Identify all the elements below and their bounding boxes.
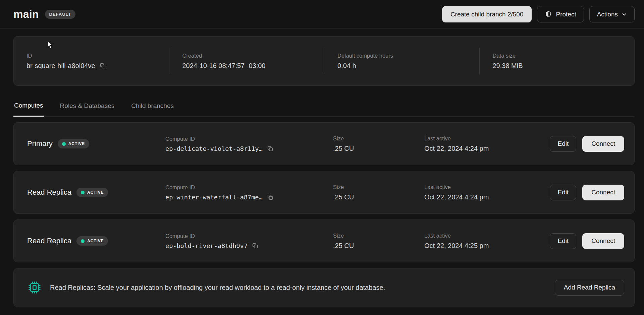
page-title: main [13, 8, 39, 20]
compute-id-value: ep-winter-waterfall-a87me… [165, 194, 263, 201]
compute-id-label: Compute ID [165, 233, 333, 239]
size-value: .25 CU [333, 242, 354, 250]
last-active-value: Oct 22, 2024 4:25 pm [424, 242, 489, 250]
chip-icon [28, 281, 41, 294]
compute-hours-label: Default compute hours [337, 53, 479, 59]
copy-compute-id-button[interactable] [252, 242, 259, 249]
read-replica-banner: Read Replicas: Scale your application by… [13, 268, 635, 307]
data-size-value: 29.38 MiB [493, 62, 523, 70]
compute-id-value: ep-bold-river-a8tdh9v7 [165, 242, 248, 249]
status-badge: ACTIVE [76, 236, 108, 246]
copy-branch-id-button[interactable] [99, 62, 106, 69]
branch-id-label: ID [26, 53, 169, 59]
chevron-down-icon [622, 12, 627, 17]
tab-bar: Computes Roles & Databases Child branche… [13, 101, 635, 117]
read-replica-description: Read Replicas: Scale your application by… [50, 284, 546, 292]
compute-id-label: Compute ID [165, 136, 333, 142]
status-label: ACTIVE [68, 141, 85, 146]
last-active-label: Last active [424, 184, 550, 190]
connect-button[interactable]: Connect [582, 185, 624, 200]
copy-icon [267, 194, 274, 201]
compute-row-read-replica-2: Read Replica ACTIVE Compute ID ep-bold-r… [13, 219, 635, 262]
active-dot-icon [62, 142, 66, 146]
created-field: Created 2024-10-16 08:47:57 -03:00 [169, 53, 324, 70]
actions-button[interactable]: Actions [589, 6, 635, 22]
copy-compute-id-button[interactable] [267, 194, 274, 201]
protect-button[interactable]: Protect [537, 6, 584, 22]
branch-id-field: ID br-square-hill-a8ol04ve [14, 53, 169, 70]
active-dot-icon [81, 239, 85, 243]
copy-compute-id-button[interactable] [267, 145, 274, 152]
status-label: ACTIVE [87, 239, 104, 243]
last-active-label: Last active [424, 233, 550, 239]
tab-roles-databases[interactable]: Roles & Databases [59, 101, 115, 116]
copy-icon [99, 62, 106, 69]
status-label: ACTIVE [87, 190, 104, 195]
connect-button[interactable]: Connect [582, 136, 624, 152]
last-active-value: Oct 22, 2024 4:24 pm [424, 145, 489, 152]
compute-id-label: Compute ID [165, 184, 333, 191]
status-badge: ACTIVE [76, 188, 108, 197]
branch-info-card: ID br-square-hill-a8ol04ve Created 2024-… [13, 36, 635, 86]
add-read-replica-button[interactable]: Add Read Replica [555, 280, 624, 296]
compute-row-primary: Primary ACTIVE Compute ID ep-delicate-vi… [13, 122, 635, 165]
compute-hours-field: Default compute hours 0.04 h [324, 53, 479, 70]
copy-icon [252, 242, 259, 249]
edit-button[interactable]: Edit [550, 185, 576, 200]
compute-name: Primary [27, 139, 53, 148]
edit-button[interactable]: Edit [550, 233, 576, 249]
shield-icon [545, 10, 552, 18]
copy-icon [267, 145, 274, 152]
active-dot-icon [81, 191, 85, 194]
create-child-branch-button[interactable]: Create child branch 2/500 [442, 6, 532, 22]
size-label: Size [333, 135, 424, 142]
size-value: .25 CU [333, 193, 354, 201]
created-value: 2024-10-16 08:47:57 -03:00 [182, 62, 266, 70]
protect-label: Protect [556, 11, 576, 18]
data-size-field: Data size 29.38 MiB [479, 53, 635, 70]
compute-name: Read Replica [27, 188, 71, 197]
tab-computes[interactable]: Computes [13, 101, 44, 117]
connect-button[interactable]: Connect [582, 233, 624, 249]
actions-label: Actions [597, 11, 618, 18]
edit-button[interactable]: Edit [550, 136, 576, 152]
status-badge: ACTIVE [58, 139, 89, 148]
data-size-label: Data size [493, 53, 635, 59]
size-label: Size [333, 233, 424, 239]
last-active-label: Last active [424, 135, 550, 142]
default-badge: DEFAULT [45, 10, 76, 19]
compute-name: Read Replica [27, 237, 71, 245]
tab-child-branches[interactable]: Child branches [130, 101, 174, 116]
last-active-value: Oct 22, 2024 4:24 pm [424, 193, 489, 201]
compute-row-read-replica-1: Read Replica ACTIVE Compute ID ep-winter… [13, 171, 635, 214]
created-label: Created [182, 53, 324, 59]
compute-id-value: ep-delicate-violet-a8r11y… [165, 145, 263, 152]
branch-id-value: br-square-hill-a8ol04ve [26, 62, 95, 70]
branch-header: main DEFAULT Create child branch 2/500 P… [0, 0, 644, 29]
size-value: .25 CU [333, 145, 354, 152]
compute-hours-value: 0.04 h [337, 62, 356, 70]
size-label: Size [333, 184, 424, 190]
